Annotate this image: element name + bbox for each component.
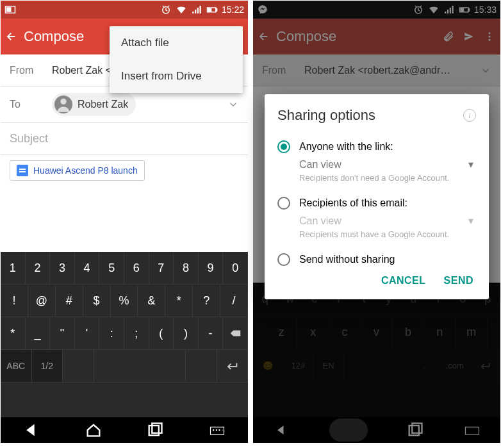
keyboard-key[interactable]: ;: [124, 317, 149, 350]
nav-back-icon[interactable]: [22, 421, 40, 439]
nav-bar: [1, 417, 248, 443]
to-label: To: [10, 99, 52, 110]
status-time: 15:22: [222, 4, 244, 15]
attachment-name: Huawei Ascend P8 launch: [33, 165, 138, 176]
notification-badge-icon: [4, 4, 16, 15]
phone-right: 15:33 Compose From Robert Zak <robert.za…: [252, 0, 501, 444]
svg-rect-5: [208, 9, 211, 12]
comma-key[interactable]: [63, 350, 94, 383]
keyboard-key[interactable]: 5: [99, 252, 124, 285]
period-key[interactable]: [186, 350, 217, 383]
radio-unselected-icon: [277, 253, 290, 266]
phone-left: 15:22 Compose Attach file Insert from Dr…: [0, 0, 249, 444]
radio-unselected-icon: [277, 197, 290, 210]
info-icon[interactable]: i: [463, 109, 476, 122]
option-send-without-sharing[interactable]: Send without sharing: [277, 248, 476, 271]
keyboard-key[interactable]: 9: [199, 252, 224, 285]
keyboard-key[interactable]: @: [28, 285, 56, 317]
status-bar: 15:22: [1, 1, 248, 19]
keyboard-key[interactable]: %: [111, 285, 138, 317]
nav-recent-icon[interactable]: [146, 421, 164, 439]
svg-rect-8: [152, 424, 162, 433]
wifi-icon: [176, 4, 187, 15]
svg-rect-4: [216, 9, 217, 12]
permission-select[interactable]: Can view ▾: [299, 158, 476, 170]
menu-item-attach-file[interactable]: Attach file: [110, 26, 243, 60]
dropdown-icon: ▾: [468, 215, 473, 227]
sharing-options-dialog: Sharing options i Anyone with the link: …: [265, 94, 489, 299]
keyboard-key[interactable]: _: [26, 317, 51, 350]
abc-key[interactable]: ABC: [1, 350, 32, 383]
keyboard-key[interactable]: &: [138, 285, 165, 317]
avatar: [54, 95, 72, 113]
keyboard-key[interactable]: 6: [124, 252, 149, 285]
keyboard-key[interactable]: 2: [26, 252, 51, 285]
keyboard-key[interactable]: *: [1, 317, 26, 350]
signal-icon: [191, 4, 202, 15]
alarm-icon: [160, 4, 172, 15]
svg-rect-9: [210, 427, 224, 435]
svg-rect-1: [6, 7, 12, 12]
nav-keyboard-icon[interactable]: [208, 421, 226, 439]
radio-selected-icon: [277, 140, 290, 153]
chevron-down-icon[interactable]: [227, 99, 239, 110]
docs-icon: [17, 165, 28, 176]
keyboard-key[interactable]: ': [75, 317, 100, 350]
keyboard-key[interactable]: (: [149, 317, 174, 350]
svg-point-12: [218, 429, 220, 431]
back-icon[interactable]: [6, 31, 17, 42]
option-anyone-with-link[interactable]: Anyone with the link:: [277, 135, 476, 158]
keyboard-key[interactable]: :: [99, 317, 124, 350]
keyboard-key[interactable]: ": [50, 317, 75, 350]
keyboard-key[interactable]: 8: [174, 252, 199, 285]
backspace-key[interactable]: [223, 317, 248, 350]
permission-hint: Recipients must have a Google Account.: [299, 227, 476, 248]
svg-point-13: [222, 429, 222, 430]
svg-point-10: [213, 429, 214, 431]
battery-icon: [206, 4, 218, 15]
permission-select[interactable]: Can view ▾: [299, 215, 476, 227]
keyboard-key[interactable]: /: [220, 285, 248, 317]
svg-point-11: [215, 429, 217, 431]
svg-rect-7: [149, 426, 159, 435]
appbar-title: Compose: [24, 28, 84, 45]
keyboard-key[interactable]: 3: [50, 252, 75, 285]
keyboard-key[interactable]: 0: [223, 252, 248, 285]
keyboard-key[interactable]: !: [1, 285, 28, 317]
cancel-button[interactable]: CANCEL: [381, 275, 426, 286]
keyboard-key[interactable]: ): [174, 317, 199, 350]
enter-key[interactable]: [217, 350, 249, 383]
recipient-name: Robert Zak: [78, 99, 128, 110]
menu-item-insert-drive[interactable]: Insert from Drive: [110, 60, 243, 93]
dropdown-icon: ▾: [468, 158, 473, 170]
attachment-chip[interactable]: Huawei Ascend P8 launch: [10, 160, 145, 181]
keyboard-key[interactable]: -: [199, 317, 224, 350]
permission-hint: Recipients don't need a Google Account.: [299, 170, 476, 192]
dialog-title: Sharing options: [277, 107, 375, 124]
keyboard-key[interactable]: ?: [193, 285, 220, 317]
send-button[interactable]: SEND: [444, 275, 473, 286]
keyboard-key[interactable]: 4: [75, 252, 100, 285]
from-label: From: [10, 65, 52, 76]
keyboard-key[interactable]: $: [83, 285, 111, 317]
nav-home-icon[interactable]: [85, 421, 103, 439]
keyboard-key[interactable]: 1: [1, 252, 26, 285]
svg-point-6: [60, 99, 66, 104]
space-key[interactable]: [94, 350, 186, 383]
option-recipients[interactable]: Recipients of this email:: [277, 192, 476, 215]
page-key[interactable]: 1/2: [32, 350, 63, 383]
subject-input[interactable]: Subject: [1, 123, 248, 154]
keyboard-key[interactable]: 7: [149, 252, 174, 285]
keyboard[interactable]: 1234567890 !@#$%&*?/ *_"':;()- ABC1/2: [1, 252, 248, 417]
recipient-chip[interactable]: Robert Zak: [52, 93, 136, 116]
keyboard-key[interactable]: *: [165, 285, 193, 317]
keyboard-key[interactable]: #: [56, 285, 83, 317]
overflow-menu: Attach file Insert from Drive: [110, 26, 243, 93]
